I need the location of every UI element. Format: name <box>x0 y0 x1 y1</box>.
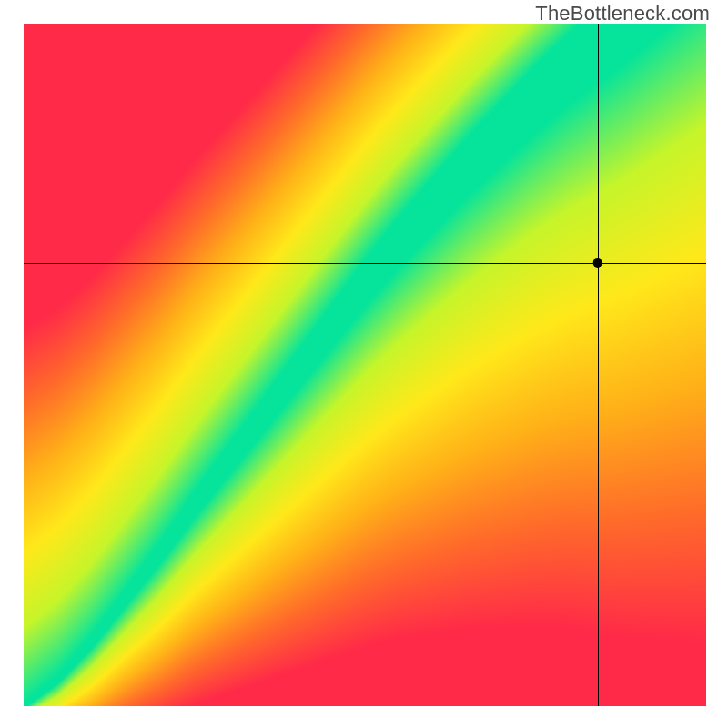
bottleneck-heatmap <box>24 24 706 706</box>
watermark-text: TheBottleneck.com <box>535 2 710 25</box>
